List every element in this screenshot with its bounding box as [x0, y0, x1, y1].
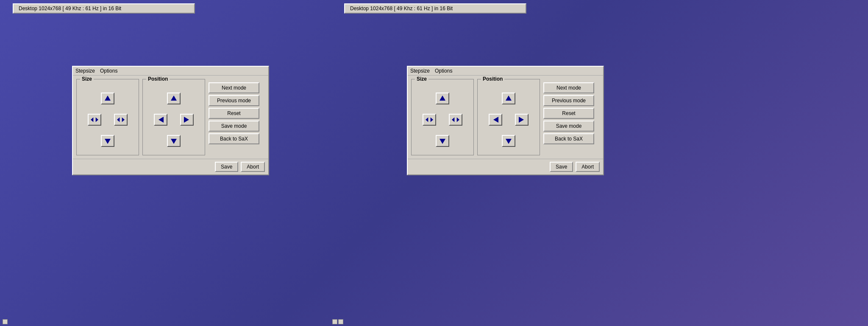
size-group-left: Size	[76, 79, 139, 155]
pos-left-right[interactable]	[489, 114, 502, 126]
size-expand-left[interactable]	[114, 114, 128, 126]
size-row-top-right	[436, 93, 449, 104]
pos-row-mid-left	[154, 114, 194, 126]
pos-left-left[interactable]	[154, 114, 167, 126]
size-label-right: Size	[415, 76, 428, 82]
position-group-right: Position	[477, 79, 540, 155]
size-row-mid-right	[423, 114, 462, 126]
abort-btn-left[interactable]: Abort	[241, 162, 265, 172]
position-box-right	[481, 88, 536, 152]
size-down-left[interactable]	[101, 135, 114, 147]
size-label-left: Size	[80, 76, 94, 82]
svg-marker-14	[457, 118, 459, 122]
size-down-right[interactable]	[436, 135, 449, 147]
menu-options-left[interactable]: Options	[100, 68, 117, 74]
save-mode-btn-right[interactable]: Save mode	[543, 121, 594, 132]
size-up-left[interactable]	[101, 93, 114, 104]
size-row-top-left	[101, 93, 114, 104]
mode-buttons-left: Next mode Previous mode Reset Save mode …	[209, 79, 259, 155]
position-label-right: Position	[481, 76, 504, 82]
prev-mode-btn-right[interactable]: Previous mode	[543, 95, 594, 106]
dialog-bottom-left: Save Abort	[73, 159, 268, 174]
svg-marker-1	[91, 118, 93, 122]
mode-buttons-right: Next mode Previous mode Reset Save mode …	[543, 79, 594, 155]
svg-marker-13	[452, 118, 454, 122]
svg-marker-15	[440, 139, 445, 144]
bottom-indicator-right-2	[338, 319, 343, 324]
svg-marker-17	[493, 117, 498, 123]
dialog-left: Stepsize Options Size	[72, 66, 269, 175]
size-shrink-right[interactable]	[423, 114, 436, 126]
size-row-bot-right	[436, 135, 449, 147]
svg-marker-18	[519, 117, 524, 123]
title-text-right: Desktop 1024x768 [ 49 Khz : 61 Hz ] in 1…	[350, 6, 453, 11]
svg-marker-5	[105, 139, 111, 144]
size-row-bot-left	[101, 135, 114, 147]
svg-marker-0	[105, 96, 111, 101]
position-group-left: Position	[142, 79, 205, 155]
pos-row-top-right	[502, 93, 515, 104]
size-box-left	[80, 88, 135, 152]
dialog-right: Stepsize Options Size	[407, 66, 604, 175]
title-bar-left: Desktop 1024x768 [ 49 Khz : 61 Hz ] in 1…	[13, 3, 195, 14]
svg-marker-3	[117, 118, 120, 122]
svg-marker-4	[122, 118, 125, 122]
back-to-sax-btn-left[interactable]: Back to SaX	[209, 133, 259, 144]
bottom-indicator-left	[3, 319, 8, 324]
size-shrink-left[interactable]	[88, 114, 101, 126]
size-box-right	[415, 88, 470, 152]
menu-stepsize-left[interactable]: Stepsize	[75, 68, 95, 74]
dialog-content-left: Size	[73, 76, 268, 159]
title-bar-right: Desktop 1024x768 [ 49 Khz : 61 Hz ] in 1…	[344, 3, 526, 14]
dialog-bottom-right: Save Abort	[408, 159, 603, 174]
pos-row-bot-left	[167, 135, 181, 147]
size-up-right[interactable]	[436, 93, 449, 104]
svg-marker-16	[506, 96, 512, 101]
size-group-right: Size	[411, 79, 474, 155]
next-mode-btn-left[interactable]: Next mode	[209, 82, 259, 93]
size-row-mid-left	[88, 114, 128, 126]
svg-marker-9	[171, 139, 177, 144]
svg-marker-11	[426, 118, 428, 122]
bottom-indicator-right-pair	[332, 319, 343, 324]
abort-btn-right[interactable]: Abort	[576, 162, 600, 172]
reset-btn-right[interactable]: Reset	[543, 108, 594, 119]
svg-marker-6	[171, 96, 177, 101]
svg-marker-10	[440, 96, 445, 101]
svg-marker-2	[96, 118, 98, 122]
back-to-sax-btn-right[interactable]: Back to SaX	[543, 133, 594, 144]
size-expand-right[interactable]	[449, 114, 462, 126]
menu-stepsize-right[interactable]: Stepsize	[410, 68, 430, 74]
menubar-right: Stepsize Options	[408, 67, 603, 76]
bottom-indicator-right-1	[332, 319, 337, 324]
svg-marker-19	[506, 139, 512, 144]
save-btn-right[interactable]: Save	[550, 162, 573, 172]
pos-row-bot-right	[502, 135, 515, 147]
next-mode-btn-right[interactable]: Next mode	[543, 82, 594, 93]
menubar-left: Stepsize Options	[73, 67, 268, 76]
dialog-content-right: Size	[408, 76, 603, 159]
svg-marker-8	[184, 117, 189, 123]
position-box-left	[146, 88, 201, 152]
pos-down-left[interactable]	[167, 135, 181, 147]
save-btn-left[interactable]: Save	[215, 162, 238, 172]
pos-up-right[interactable]	[502, 93, 515, 104]
pos-row-top-left	[167, 93, 181, 104]
svg-marker-12	[431, 118, 433, 122]
svg-marker-7	[159, 117, 164, 123]
pos-right-left[interactable]	[180, 114, 194, 126]
position-label-left: Position	[146, 76, 170, 82]
pos-down-right[interactable]	[502, 135, 515, 147]
reset-btn-left[interactable]: Reset	[209, 108, 259, 119]
pos-right-right[interactable]	[515, 114, 529, 126]
pos-row-mid-right	[489, 114, 529, 126]
pos-up-left[interactable]	[167, 93, 181, 104]
prev-mode-btn-left[interactable]: Previous mode	[209, 95, 259, 106]
title-text-left: Desktop 1024x768 [ 49 Khz : 61 Hz ] in 1…	[19, 6, 121, 11]
save-mode-btn-left[interactable]: Save mode	[209, 121, 259, 132]
menu-options-right[interactable]: Options	[435, 68, 452, 74]
